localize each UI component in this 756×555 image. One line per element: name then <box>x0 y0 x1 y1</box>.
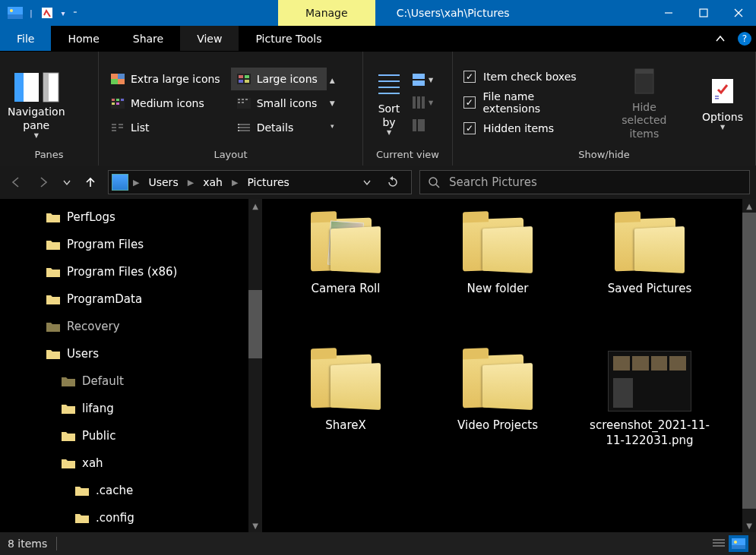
layout-medium-icons[interactable]: Medium icons <box>105 92 229 115</box>
status-bar: 8 items <box>0 532 756 555</box>
back-button[interactable] <box>6 172 26 192</box>
qat-overflow-icon[interactable]: ⁼ <box>70 9 81 17</box>
tree-item[interactable]: xah <box>0 449 248 477</box>
svg-rect-28 <box>242 99 244 100</box>
size-columns-button[interactable] <box>410 117 433 134</box>
options-button[interactable]: Options ▼ <box>697 73 748 133</box>
checkbox-hidden-items[interactable]: ✓Hidden items <box>463 122 591 134</box>
large-icons-view-toggle[interactable] <box>729 535 748 552</box>
folder-item[interactable]: Video Projects <box>422 351 574 487</box>
tree-item[interactable]: ProgramData <box>0 285 248 313</box>
folder-item[interactable]: ShareX <box>270 351 422 487</box>
sort-by-button[interactable]: Sort by ▼ <box>371 68 407 137</box>
scroll-down-icon[interactable]: ▼ <box>742 519 756 532</box>
group-by-button[interactable]: ▼ <box>410 71 433 88</box>
refresh-button[interactable] <box>387 176 408 188</box>
tree-item[interactable]: Recovery <box>0 313 248 340</box>
tab-share[interactable]: Share <box>116 26 180 51</box>
layout-scroll-down-icon[interactable]: ▼ <box>330 92 335 115</box>
tab-home[interactable]: Home <box>51 26 115 51</box>
separator-icon: | <box>27 9 35 17</box>
scroll-down-icon[interactable]: ▼ <box>248 519 262 532</box>
help-button[interactable]: ? <box>733 26 756 51</box>
chevron-right-icon[interactable]: ▶ <box>230 178 239 188</box>
breadcrumb-segment[interactable]: Users <box>144 176 182 188</box>
svg-rect-53 <box>418 119 425 131</box>
tree-item[interactable]: Program Files (x86) <box>0 258 248 285</box>
tree-item[interactable]: .config <box>0 504 248 531</box>
search-box[interactable]: Search Pictures <box>419 170 750 194</box>
address-bar[interactable]: ▶ Users ▶ xah ▶ Pictures <box>108 170 412 194</box>
checkbox-file-name-extensions[interactable]: ✓File name extensions <box>463 90 591 115</box>
scroll-thumb[interactable] <box>248 290 262 358</box>
main-area: PerfLogsProgram FilesProgram Files (x86)… <box>0 199 756 532</box>
close-button[interactable] <box>721 0 756 26</box>
tree-item[interactable]: Public <box>0 422 248 449</box>
ribbon-group-caption: Panes <box>0 149 98 166</box>
file-item[interactable]: screenshot_2021-11-11-122031.png <box>574 351 726 487</box>
folder-item[interactable]: Camera Roll <box>270 214 422 351</box>
breadcrumb-segment[interactable]: Pictures <box>242 176 293 188</box>
tree-item[interactable]: Default <box>0 367 248 395</box>
folder-icon <box>61 430 76 442</box>
pictures-library-icon <box>6 4 24 22</box>
breadcrumb-segment[interactable]: xah <box>198 176 227 188</box>
layout-expand-icon[interactable]: ▾ <box>330 115 335 137</box>
contextual-tab-manage[interactable]: Manage <box>278 0 375 26</box>
scroll-thumb[interactable] <box>742 213 756 509</box>
folder-item[interactable]: Saved Pictures <box>574 214 726 351</box>
layout-list[interactable]: List <box>105 116 229 139</box>
add-columns-button[interactable]: ▼ <box>410 94 433 111</box>
tree-item-label: .cache <box>96 484 133 497</box>
svg-rect-19 <box>245 80 249 83</box>
layout-large-icons[interactable]: Large icons <box>231 68 327 90</box>
tree-item[interactable]: .cache <box>0 477 248 504</box>
collapse-ribbon-icon[interactable] <box>707 26 733 51</box>
maximize-button[interactable] <box>686 0 721 26</box>
help-icon: ? <box>738 32 751 46</box>
forward-button[interactable] <box>33 172 53 192</box>
folder-item[interactable]: New folder <box>422 214 574 351</box>
details-view-toggle[interactable] <box>709 535 729 552</box>
properties-icon[interactable] <box>38 4 56 22</box>
tab-view[interactable]: View <box>180 26 239 51</box>
layout-gallery-scroll[interactable]: ▲ ▼ ▾ <box>327 69 338 137</box>
tree-scrollbar[interactable]: ▲ ▼ <box>248 199 262 532</box>
up-button[interactable] <box>81 172 100 192</box>
tab-picture-tools[interactable]: Picture Tools <box>239 26 338 51</box>
folder-icon <box>74 484 90 497</box>
svg-rect-1 <box>8 14 23 19</box>
layout-details[interactable]: Details <box>231 116 327 139</box>
minimize-button[interactable] <box>651 0 686 26</box>
scroll-up-icon[interactable]: ▲ <box>248 199 262 213</box>
layout-small-icons[interactable]: Small icons <box>231 92 327 115</box>
content-scrollbar[interactable]: ▲ ▼ <box>742 199 756 532</box>
file-item-label: screenshot_2021-11-11-122031.png <box>585 418 714 449</box>
tab-file[interactable]: File <box>0 26 51 51</box>
ribbon-tabs: File Home Share View Picture Tools ? <box>0 26 756 52</box>
recent-locations-button[interactable] <box>61 172 73 192</box>
title-bar: | ▾ ⁼ Manage C:\Users\xah\Pictures <box>0 0 756 26</box>
chevron-right-icon[interactable]: ▶ <box>131 178 141 188</box>
file-item-label: New folder <box>467 281 528 296</box>
tree-item[interactable]: lifang <box>0 395 248 422</box>
tree-item[interactable]: Users <box>0 340 248 367</box>
tree-item[interactable]: PerfLogs <box>0 203 248 231</box>
svg-rect-42 <box>238 130 239 131</box>
svg-rect-58 <box>715 98 719 99</box>
checkbox-item-check-boxes[interactable]: ✓Item check boxes <box>463 71 591 83</box>
layout-scroll-up-icon[interactable]: ▲ <box>330 69 335 92</box>
tree-item[interactable]: Program Files <box>0 231 248 258</box>
ribbon-group-panes: Navigation pane ▼ Panes <box>0 52 99 166</box>
address-dropdown-icon[interactable] <box>362 178 384 187</box>
hide-selected-items-button[interactable]: Hide selected items <box>605 63 684 143</box>
svg-rect-18 <box>239 80 243 83</box>
search-placeholder: Search Pictures <box>449 175 537 189</box>
svg-rect-27 <box>238 99 240 100</box>
scroll-up-icon[interactable]: ▲ <box>742 199 756 213</box>
layout-extra-large-icons[interactable]: Extra large icons <box>105 68 229 90</box>
chevron-right-icon[interactable]: ▶ <box>186 178 195 188</box>
qat-dropdown-icon[interactable]: ▾ <box>59 9 67 17</box>
svg-rect-24 <box>112 102 115 105</box>
navigation-pane-button[interactable]: Navigation pane ▼ <box>8 66 65 139</box>
